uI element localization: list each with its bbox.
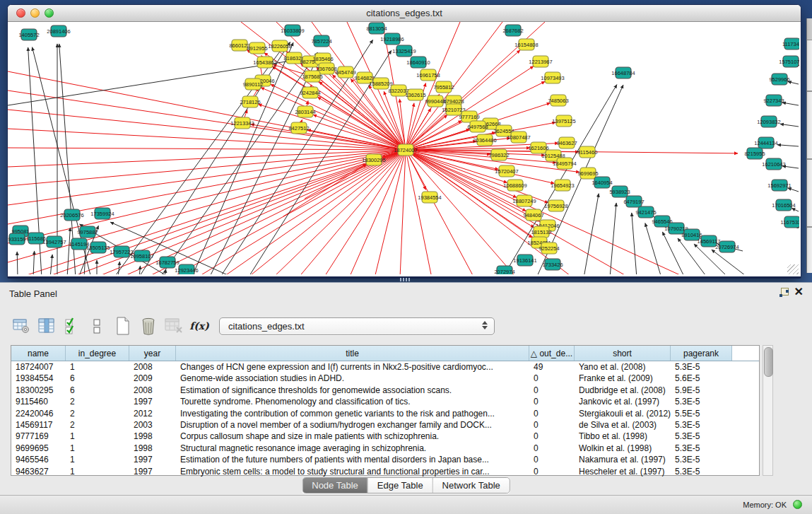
table-cell[interactable]: 2003: [129, 419, 176, 431]
table-cell[interactable]: 2: [66, 396, 129, 407]
graph-node[interactable]: 16210643: [762, 158, 785, 170]
table-cell[interactable]: 49: [529, 361, 575, 373]
table-cell[interactable]: 2: [66, 419, 129, 431]
graph-node[interactable]: 1362615: [405, 89, 425, 100]
table-cell[interactable]: 18724007: [11, 361, 66, 373]
graph-node[interactable]: 19218986: [380, 33, 404, 45]
table-cell[interactable]: 0: [529, 466, 575, 477]
table-cell[interactable]: 1998: [129, 443, 176, 454]
graph-node[interactable]: 16154808: [514, 39, 538, 50]
table-row[interactable]: 1872400712008Changes of HCN gene express…: [11, 361, 759, 373]
tab-edge-table[interactable]: Edge Table: [367, 478, 433, 493]
table-cell[interactable]: 5.5E-5: [671, 408, 732, 419]
table-cell[interactable]: 5.9E-5: [671, 385, 732, 396]
graph-node[interactable]: 19756928: [544, 200, 567, 211]
graph-node[interactable]: 7485063: [548, 95, 568, 106]
graph-node[interactable]: 12444134: [754, 137, 777, 148]
table-cell[interactable]: 5.3E-5: [671, 396, 732, 407]
table-cell[interactable]: 1: [66, 361, 129, 373]
table-cell[interactable]: Embryonic stem cells: a model to study s…: [176, 466, 529, 477]
table-row[interactable]: 1938455462009Genome-wide association stu…: [11, 373, 759, 384]
table-cell[interactable]: 5.3E-5: [671, 361, 732, 373]
table-cell[interactable]: de Silva et al. (2003): [575, 419, 671, 431]
table-row[interactable]: 946362711997Embryonic stem cells: a mode…: [11, 466, 759, 477]
table-cell[interactable]: 18300295: [11, 385, 66, 396]
graph-node[interactable]: 15720407: [495, 165, 518, 177]
table-cell[interactable]: Estimation of the future numbers of pati…: [176, 454, 529, 465]
graph-node[interactable]: 8454749: [335, 66, 355, 78]
graph-node[interactable]: 17016504: [772, 199, 795, 211]
graph-node[interactable]: 5938923: [609, 186, 630, 197]
graph-node[interactable]: 9990448: [425, 95, 445, 107]
table-selector-dropdown[interactable]: citations_edges.txt: [219, 317, 495, 335]
graph-node[interactable]: 13505135: [86, 242, 110, 253]
graph-node[interactable]: 2803144: [295, 106, 315, 117]
table-cell[interactable]: 9699695: [11, 443, 66, 454]
table-cell[interactable]: 22420046: [11, 408, 66, 419]
table-cell[interactable]: 1998: [129, 431, 176, 442]
table-cell[interactable]: 2: [66, 408, 129, 419]
network-view-window[interactable]: citations_edges.txt 8660123 8912955 1822…: [7, 4, 801, 279]
table-column-icon[interactable]: [37, 317, 57, 335]
column-header[interactable]: name: [11, 346, 66, 361]
close-panel-icon[interactable]: ✕: [794, 286, 804, 298]
graph-node[interactable]: 10688609: [503, 180, 526, 191]
graph-node[interactable]: 19136141: [513, 255, 536, 266]
graph-node[interactable]: 15692971: [767, 180, 791, 191]
graph-node[interactable]: 9421475: [635, 206, 656, 218]
graph-node[interactable]: 7986322: [488, 149, 509, 160]
graph-node[interactable]: 16648784: [611, 67, 635, 78]
network-graph-canvas[interactable]: 8660123 8912955 18226058 16543862 818632…: [8, 22, 799, 274]
table-cell[interactable]: Dudbridge et al. (2008): [575, 385, 671, 396]
window-titlebar[interactable]: citations_edges.txt: [8, 5, 801, 22]
delete-table-icon[interactable]: [164, 317, 184, 335]
table-cell[interactable]: 5.3E-5: [671, 443, 732, 454]
table-cell[interactable]: Franke et al. (2009): [575, 373, 671, 384]
graph-node[interactable]: 18640910: [406, 57, 430, 68]
graph-node[interactable]: 16782759: [155, 257, 179, 268]
table-row[interactable]: 969969511998Structural magnetic resonanc…: [11, 443, 759, 454]
graph-node[interactable]: 1640954: [592, 177, 612, 188]
table-row[interactable]: 946554611997Estimation of the future num…: [11, 454, 759, 465]
split-divider-handle[interactable]: [400, 278, 411, 281]
graph-node[interactable]: 8427512: [288, 122, 309, 134]
table-cell[interactable]: 1: [66, 466, 129, 477]
graph-node[interactable]: 12093832: [757, 116, 780, 127]
graph-node[interactable]: 8912955: [247, 42, 267, 54]
table-cell[interactable]: 1997: [129, 454, 176, 465]
table-cell[interactable]: 6: [66, 385, 129, 396]
table-cell[interactable]: Changes of HCN gene expression and I(f) …: [176, 361, 529, 373]
table-cell[interactable]: Investigating the contribution of common…: [176, 408, 529, 419]
table-cell[interactable]: 1: [66, 431, 129, 442]
graph-node[interactable]: 9227343: [763, 95, 784, 106]
column-header[interactable]: year: [129, 346, 176, 361]
graph-node[interactable]: 20206576: [60, 209, 83, 221]
new-document-icon[interactable]: [113, 317, 133, 335]
table-cell[interactable]: 6: [66, 373, 129, 384]
graph-node[interactable]: 1815132: [531, 226, 551, 238]
graph-node[interactable]: 9975887: [77, 226, 98, 238]
table-cell[interactable]: Hescheler et al. (1997): [575, 466, 671, 477]
column-header[interactable]: pagerank: [671, 346, 732, 361]
table-cell[interactable]: 1: [66, 443, 129, 454]
graph-node[interactable]: 13325419: [392, 45, 416, 57]
graph-node[interactable]: 1875685: [302, 71, 322, 82]
table-cell[interactable]: Tibbo et al. (1998): [575, 431, 671, 442]
table-cell[interactable]: Wolkin et al. (1998): [575, 443, 671, 454]
graph-node[interactable]: 13942757: [42, 236, 66, 247]
table-row[interactable]: 2242004622012Investigating the contribut…: [11, 408, 759, 419]
graph-node[interactable]: 7857224: [311, 35, 331, 47]
table-cell[interactable]: Tourette syndrome. Phenomenology and cla…: [176, 396, 529, 407]
table-cell[interactable]: 1997: [129, 396, 176, 407]
table-cell[interactable]: Yano et al. (2008): [575, 361, 671, 373]
table-cell[interactable]: 0: [529, 443, 575, 454]
column-header[interactable]: short: [575, 346, 671, 361]
column-header[interactable]: in_degree: [66, 346, 129, 361]
graph-node[interactable]: 8813054: [366, 23, 387, 34]
table-cell[interactable]: 5.3E-5: [671, 466, 732, 477]
graph-node[interactable]: 9242844: [300, 87, 320, 98]
table-scrollbar-thumb[interactable]: [764, 347, 773, 377]
table-cell[interactable]: Structural magnetic resonance image aver…: [176, 443, 529, 454]
table-cell[interactable]: Jankovic et al. (1997): [575, 396, 671, 407]
table-cell[interactable]: 0: [529, 419, 575, 431]
